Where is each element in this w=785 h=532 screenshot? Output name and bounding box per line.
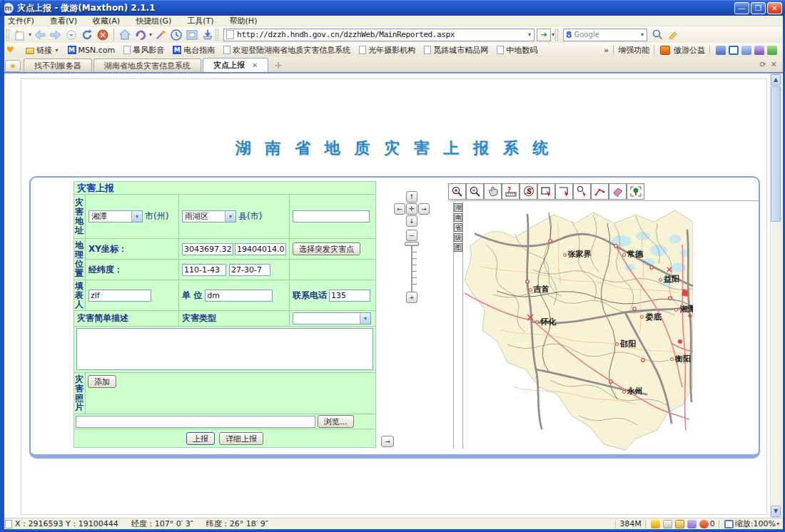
capture-icon[interactable] [185, 28, 199, 41]
zoom-slider-track[interactable] [411, 246, 412, 293]
clear-select-icon[interactable] [555, 183, 573, 200]
tab-disaster-report[interactable]: 灾点上报✕ [203, 58, 268, 72]
address-bar[interactable]: http://dzzh.hndh.gov.cn/dzzhWeb/MainRepo… [223, 29, 535, 41]
menu-view[interactable]: 查看(V) [50, 16, 77, 26]
layer-button[interactable]: 级 [454, 233, 462, 242]
go-button[interactable]: ➜ [537, 29, 551, 41]
history-clock-icon[interactable] [169, 28, 183, 41]
identify-icon[interactable] [573, 183, 591, 200]
county-select[interactable]: 雨湖区▾ [182, 210, 236, 222]
reporter-name-input[interactable] [88, 290, 151, 302]
forward-icon[interactable] [49, 28, 63, 41]
chevron-down-icon[interactable]: ▾ [225, 211, 236, 222]
stop-icon[interactable] [96, 28, 110, 41]
bookmark-item[interactable]: M电台指南 [173, 45, 215, 56]
browse-button[interactable]: 浏览... [318, 415, 354, 428]
vertical-scrollbar[interactable]: ▲ ▼ [770, 73, 781, 518]
hunan-map[interactable]: 张家界常德益阳吉首怀化娄底湘潭邵阳衡阳永州 [465, 202, 693, 451]
skin-icon[interactable] [767, 46, 777, 55]
messenger-icon[interactable] [716, 46, 726, 55]
address-url[interactable]: http://dzzh.hndh.gov.cn/dzzhWeb/MainRepo… [237, 30, 527, 39]
layer-button[interactable]: 南 [454, 213, 462, 222]
menu-groups[interactable]: 快捷组(G) [136, 16, 171, 26]
plugin-v-icon[interactable] [754, 46, 764, 55]
disaster-type-select[interactable]: ▾ [293, 312, 371, 324]
tab-list-icon[interactable]: ⟳ [760, 60, 766, 69]
minimize-button[interactable]: — [734, 2, 749, 14]
menu-help[interactable]: 帮助(H) [230, 16, 258, 26]
restore-button[interactable]: ❐ [751, 2, 766, 14]
bookmark-item[interactable]: 光年摄影机构 [359, 45, 415, 56]
description-textarea[interactable] [76, 328, 373, 370]
add-photo-button[interactable]: 添加 [88, 375, 116, 388]
pan-left-button[interactable]: ← [394, 203, 405, 215]
city-select[interactable]: 湘潭▾ [88, 210, 143, 222]
bookmark-item[interactable]: 欢迎登陆湖南省地质灾害信息系统 [223, 45, 350, 56]
collapse-panel-button[interactable]: → [381, 436, 394, 447]
menu-file[interactable]: 文件(F) [8, 16, 34, 26]
search-icon[interactable] [650, 28, 664, 41]
layer-button[interactable]: 图 [454, 243, 462, 252]
bookmark-item[interactable]: 暴风影音 [123, 45, 164, 56]
pan-hand-icon[interactable] [484, 183, 502, 200]
zoom-window-icon[interactable] [724, 520, 734, 528]
tab-server-not-found[interactable]: 找不到服务器 [24, 58, 92, 72]
favorites-star-icon[interactable]: ★ [5, 60, 21, 72]
longitude-input[interactable] [182, 264, 226, 276]
zoom-out-icon[interactable] [466, 183, 484, 200]
pan-center-button[interactable]: ✛ [406, 203, 417, 215]
pan-up-button[interactable]: ↑ [406, 191, 417, 203]
close-button[interactable]: ✕ [767, 2, 782, 14]
search-dropdown-icon[interactable]: ▾ [641, 31, 644, 38]
new-tab-dropdown-icon[interactable]: ▾ [29, 31, 31, 38]
zoom-in-icon[interactable] [448, 183, 466, 200]
highlight-icon[interactable] [666, 28, 680, 41]
zoom-level[interactable]: 缩放:100% [735, 518, 776, 529]
window-panel-icon[interactable] [729, 46, 739, 55]
bookmark-item[interactable]: 觅路城市精品网 [424, 45, 488, 56]
submit-button[interactable]: 上报 [186, 432, 215, 445]
scroll-down-icon[interactable]: ▼ [771, 506, 781, 517]
folder-icon[interactable] [675, 520, 684, 528]
measure-icon[interactable]: ? [502, 183, 520, 200]
tabbar-close-icon[interactable]: ✕ [771, 60, 777, 69]
go-dropdown-icon[interactable]: ▾ [552, 31, 554, 38]
back-icon[interactable] [33, 28, 47, 41]
x-coordinate-input[interactable] [182, 243, 233, 255]
home-icon[interactable] [118, 28, 132, 41]
phone-input[interactable] [329, 290, 370, 302]
bookmarks-overflow-icon[interactable]: » [604, 46, 609, 55]
layer-button[interactable]: 省 [454, 223, 462, 232]
search-input[interactable]: Google [574, 31, 640, 39]
refresh-icon[interactable] [80, 28, 94, 41]
zoom-out-slider-button[interactable]: − [406, 230, 417, 241]
y-coordinate-input[interactable] [235, 243, 286, 255]
download-icon[interactable] [201, 28, 215, 41]
detail-submit-button[interactable]: 详细上报 [219, 432, 263, 445]
new-tab-icon[interactable] [13, 28, 27, 41]
notes-icon[interactable] [741, 46, 751, 55]
menu-tools[interactable]: 工具(T) [187, 16, 213, 26]
undo-icon[interactable] [133, 28, 148, 41]
pick-disaster-point-button[interactable]: 选择突发灾害点 [293, 242, 360, 255]
chevron-down-icon[interactable]: ▾ [360, 313, 370, 324]
photo-file-input[interactable] [76, 416, 315, 428]
ad-blocker-icon[interactable] [699, 520, 709, 528]
unit-input[interactable] [205, 290, 273, 302]
history-dropdown-icon[interactable] [64, 28, 78, 41]
address-dropdown-icon[interactable]: ▾ [528, 31, 531, 38]
zoom-in-slider-button[interactable]: + [406, 292, 417, 303]
filter-icon[interactable] [687, 520, 697, 528]
layer-button[interactable]: 湖 [454, 203, 462, 212]
favorites-heart-icon[interactable]: ♥ [6, 46, 17, 54]
scroll-up-icon[interactable]: ▲ [771, 74, 781, 86]
eraser-icon[interactable] [609, 183, 627, 200]
pan-right-button[interactable]: → [418, 203, 430, 215]
charity-link[interactable]: 傲游公益 [674, 45, 705, 56]
draw-line-icon[interactable] [591, 183, 609, 200]
links-folder[interactable]: 链接 ▾ [26, 45, 59, 56]
chevron-down-icon[interactable]: ▾ [131, 211, 142, 222]
scale-icon[interactable]: S [520, 183, 537, 200]
boost-icon[interactable] [651, 520, 660, 528]
undo-dropdown-icon[interactable]: ▾ [149, 31, 152, 38]
